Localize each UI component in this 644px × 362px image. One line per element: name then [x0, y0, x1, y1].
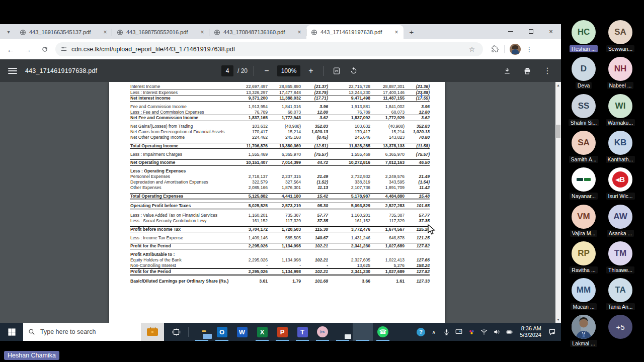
- chrome-taskbar-button[interactable]: [353, 323, 373, 341]
- row-value: (23.88): [405, 90, 430, 96]
- page-number-input[interactable]: 4: [221, 65, 233, 76]
- site-info-icon[interactable]: [60, 46, 67, 53]
- row-value: 2,732,932: [328, 174, 370, 179]
- participant-tile[interactable]: MMMacan ...: [564, 278, 604, 312]
- forward-button[interactable]: →: [21, 43, 34, 56]
- row-value: 3.62: [301, 115, 328, 121]
- tab-search-chevron-icon[interactable]: ▾: [3, 26, 14, 38]
- pdf-menu-icon[interactable]: [8, 68, 17, 74]
- pdf-more-menu-icon[interactable]: ⋮: [541, 64, 554, 77]
- print-icon: [523, 67, 531, 75]
- browser-tab[interactable]: 443_1691663545137.pdf×: [15, 25, 112, 39]
- row-value: 352.83: [405, 124, 430, 129]
- window-restore-button[interactable]: [521, 24, 541, 38]
- row-label: Less : Value Added Tax on Financial Serv…: [130, 213, 232, 218]
- file-explorer-taskbar-button[interactable]: [192, 323, 212, 341]
- bookmark-star-icon[interactable]: ☆: [466, 45, 478, 53]
- tab-close-icon[interactable]: ×: [198, 28, 206, 36]
- participant-tile[interactable]: ◂BIsuri Wic...: [600, 167, 640, 202]
- row-value: 352.83: [301, 124, 328, 129]
- participant-tile[interactable]: +5: [600, 315, 640, 339]
- window-close-button[interactable]: ×: [541, 24, 561, 38]
- zoom-level-input[interactable]: 100%: [277, 65, 300, 76]
- profile-avatar[interactable]: [510, 44, 521, 55]
- search-highlight-button[interactable]: [141, 323, 164, 341]
- participant-tile[interactable]: Nayanar...: [564, 167, 604, 202]
- participant-tile[interactable]: Lakmal ...: [564, 315, 604, 349]
- url-omnibox[interactable]: cdn.cse.lk/cmt/upload_report_file/443_17…: [55, 42, 483, 56]
- tray-clock[interactable]: 8:36 AM 5/3/2024: [520, 325, 541, 338]
- row-value: 2,249,576: [370, 174, 405, 179]
- row-value: 57.77: [405, 213, 430, 218]
- whatsapp-taskbar-button[interactable]: ☎: [373, 323, 393, 341]
- participant-tile[interactable]: KBKanthath...: [600, 131, 640, 165]
- tab-title: 443_1691663545137.pdf: [29, 29, 101, 35]
- browser-menu-icon[interactable]: ⋮: [526, 45, 533, 53]
- url-text[interactable]: cdn.cse.lk/cmt/upload_report_file/443_17…: [71, 46, 466, 53]
- participant-tile[interactable]: WIWarnaku...: [600, 94, 640, 128]
- participant-tile[interactable]: HCHeshan ...: [564, 20, 604, 54]
- color-app-icon[interactable]: [467, 328, 475, 336]
- outlook-taskbar-button[interactable]: O: [212, 323, 232, 341]
- participant-tile[interactable]: SSShalini Si...: [564, 94, 604, 128]
- row-value: 1,160,201: [232, 213, 268, 218]
- participant-tile[interactable]: TMThisawe...: [600, 241, 640, 276]
- tab-close-icon[interactable]: ×: [295, 28, 303, 36]
- participant-name-label: Macan ...: [571, 303, 596, 310]
- zoom-out-button[interactable]: −: [260, 64, 273, 77]
- row-value: (17.71): [301, 96, 328, 101]
- download-button[interactable]: [501, 64, 514, 77]
- battery-icon[interactable]: [505, 328, 513, 336]
- volume-icon[interactable]: [493, 328, 501, 336]
- scroll-down-icon[interactable]: ▼: [555, 316, 561, 323]
- viewer-scrollbar[interactable]: ▲ ▼: [555, 82, 561, 323]
- row-value: 4,484,880: [370, 194, 405, 199]
- zoom-in-button[interactable]: +: [304, 64, 317, 77]
- teams-taskbar-button[interactable]: T: [292, 323, 312, 341]
- fit-page-button[interactable]: [330, 64, 343, 77]
- task-view-button[interactable]: [167, 323, 185, 341]
- screen-share-icon[interactable]: [455, 328, 463, 336]
- wifi-icon[interactable]: [480, 328, 488, 336]
- participant-tile[interactable]: SASamith A...: [564, 131, 604, 165]
- snip-taskbar-button[interactable]: ✂: [312, 323, 333, 341]
- tab-favicon-globe-icon: [117, 29, 123, 36]
- browser-tab[interactable]: 443_1714619197638.pdf×: [306, 25, 404, 39]
- scrollbar-thumb[interactable]: [556, 125, 560, 138]
- participant-tile[interactable]: AWAsanka ...: [600, 205, 640, 239]
- feedback-taskbar-button[interactable]: [333, 323, 353, 341]
- row-value: 1,891,709: [370, 185, 405, 191]
- back-button[interactable]: ←: [4, 43, 17, 56]
- browser-tab[interactable]: 443_1708487136160.pdf×: [209, 25, 306, 39]
- tray-chevron-up-icon[interactable]: ∧: [430, 328, 438, 336]
- powerpoint-taskbar-button[interactable]: P: [272, 323, 292, 341]
- browser-tab[interactable]: 443_1698750552016.pdf×: [112, 25, 209, 39]
- row-value: 646,878: [370, 235, 405, 241]
- print-button[interactable]: [521, 64, 534, 77]
- participant-tile[interactable]: VMVajira M...: [564, 205, 604, 239]
- window-minimize-button[interactable]: [501, 24, 521, 38]
- taskbar-search-input[interactable]: Type here to search: [23, 323, 141, 341]
- participant-logo-avatar: [572, 167, 596, 192]
- rotate-button[interactable]: [347, 64, 360, 77]
- excel-taskbar-button[interactable]: X: [252, 323, 272, 341]
- row-value: 143,823: [370, 135, 405, 140]
- tab-close-icon[interactable]: ×: [101, 28, 109, 36]
- microphone-icon[interactable]: [442, 328, 450, 336]
- extensions-icon[interactable]: [491, 45, 499, 53]
- participant-tile[interactable]: TATania An...: [600, 278, 640, 312]
- tab-close-icon[interactable]: ×: [392, 28, 400, 36]
- start-button[interactable]: [0, 323, 23, 341]
- participant-name-label: Kanthath...: [606, 156, 635, 163]
- word-taskbar-button[interactable]: W: [232, 323, 252, 341]
- participant-tile[interactable]: NHNabeel ...: [600, 57, 640, 91]
- action-center-icon[interactable]: [548, 328, 556, 336]
- reload-button[interactable]: [38, 43, 51, 56]
- participant-tile[interactable]: RPRavitha ...: [564, 241, 604, 276]
- new-tab-button[interactable]: +: [406, 26, 418, 38]
- scroll-up-icon[interactable]: ▲: [555, 82, 561, 88]
- participant-tile[interactable]: SASewwan...: [600, 20, 640, 54]
- help-icon[interactable]: ?: [417, 328, 425, 336]
- row-label: Equity Holders of the Bank: [130, 257, 232, 263]
- participant-tile[interactable]: DDeva: [564, 57, 604, 91]
